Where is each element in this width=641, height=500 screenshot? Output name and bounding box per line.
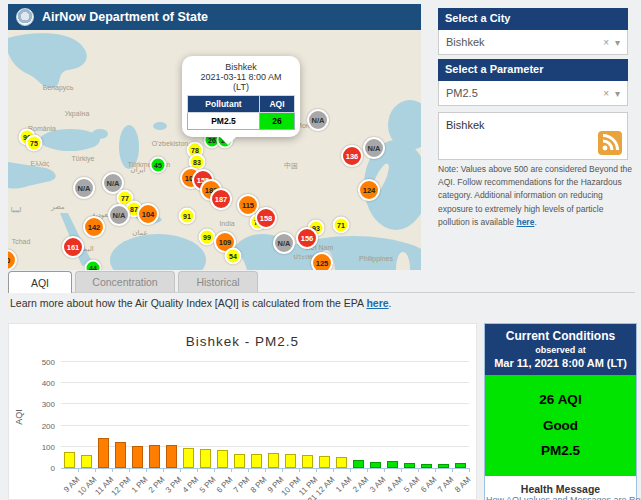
map-marker[interactable]: N/A: [363, 137, 385, 159]
chevron-down-icon[interactable]: ▾: [615, 88, 620, 99]
map-marker[interactable]: 44: [85, 260, 102, 271]
learn-more-text: Learn more about how the Air Quality Ind…: [10, 297, 392, 309]
chart-bar[interactable]: [421, 464, 432, 468]
chart-bar[interactable]: [166, 445, 177, 468]
chart-x-tick-label: 5 PM: [197, 475, 217, 495]
map-marker[interactable]: 125: [311, 252, 333, 270]
chart-bar[interactable]: [319, 456, 330, 468]
chart-title: Bishkek - PM2.5: [9, 334, 476, 349]
popup-table: Pollutant AQI PM2.5 26: [187, 95, 295, 130]
popup-col-pollutant: Pollutant: [188, 96, 260, 113]
map-popup: Bishkek 2021-03-11 8:00 AM (LT) Pollutan…: [182, 56, 300, 137]
map-marker[interactable]: N/A: [73, 177, 95, 199]
chart-y-tick-label: 300: [42, 400, 55, 409]
chart-x-tick-label: 4 AM: [385, 475, 404, 494]
note-link[interactable]: here: [516, 217, 534, 227]
learn-more-link[interactable]: here: [366, 297, 388, 309]
chart-bar[interactable]: [217, 450, 228, 468]
map-marker[interactable]: 45: [150, 157, 167, 174]
map-marker[interactable]: N/A: [108, 204, 130, 226]
map-country-label: Україна: [65, 110, 90, 117]
map-marker[interactable]: 91: [179, 208, 196, 225]
chart-x-tick: [231, 468, 232, 472]
chart-plot-area: 01002003004005009 AM10 AM11 AM12 PM1 PM2…: [61, 362, 469, 468]
map-country-label: 中国: [284, 161, 298, 171]
map-marker[interactable]: N/A: [307, 109, 329, 131]
chart-bar[interactable]: [353, 460, 364, 468]
aqi-chart-panel: Bishkek - PM2.5 AQI 01002003004005009 AM…: [8, 323, 477, 500]
map-marker[interactable]: N/A: [273, 232, 295, 254]
select-city-box: Select a City Bishkek × ▾: [438, 8, 628, 55]
popup-aqi-value: 26: [259, 113, 294, 130]
map-marker[interactable]: 99: [199, 229, 216, 246]
chart-x-tick-label: 7 AM: [436, 475, 455, 494]
tab-historical[interactable]: Historical: [178, 271, 258, 292]
chart-x-tick: [214, 468, 215, 472]
chart-bar[interactable]: [438, 464, 449, 468]
popup-timezone: (LT): [187, 82, 295, 92]
app-title: AirNow Department of State: [42, 10, 208, 24]
clear-icon[interactable]: ×: [603, 37, 609, 48]
popup-pollutant-value: PM2.5: [188, 113, 260, 130]
chart-x-tick-label: 3 PM: [163, 475, 183, 495]
map-marker[interactable]: 142: [83, 216, 105, 238]
chart-bar[interactable]: [200, 449, 211, 468]
chart-bar[interactable]: [387, 461, 398, 468]
chart-bar[interactable]: [285, 454, 296, 468]
chart-bar[interactable]: [115, 442, 126, 469]
chart-x-tick: [418, 468, 419, 472]
chart-x-tick-label: 2 PM: [146, 475, 166, 495]
chart-bar[interactable]: [149, 445, 160, 468]
chart-y-tick-label: 400: [42, 379, 55, 388]
chart-x-tick: [265, 468, 266, 472]
chart-bar[interactable]: [64, 452, 75, 468]
chart-bar[interactable]: [370, 462, 381, 468]
rss-feed-box: Bishkek: [438, 112, 628, 160]
aqi-values-reported-link[interactable]: How AQI values and Messages are Reported: [486, 495, 641, 500]
chart-x-tick-label: 5 AM: [402, 475, 421, 494]
chart-y-axis-label: AQI: [14, 409, 24, 425]
chart-bar[interactable]: [81, 455, 92, 468]
select-parameter-box: Select a Parameter PM2.5 × ▾: [438, 59, 628, 106]
aqi-map[interactable]: БеларусьУкраїнаRomâniaTürkiyeΕλλάςO'zbek…: [8, 30, 421, 270]
map-marker[interactable]: 187: [210, 188, 232, 210]
learn-more-suffix: .: [389, 297, 392, 309]
map-country-label: Беларусь: [43, 84, 74, 91]
chart-bar[interactable]: [302, 455, 313, 468]
chart-bar[interactable]: [336, 457, 347, 468]
chart-bar[interactable]: [268, 453, 279, 468]
map-marker[interactable]: 124: [358, 179, 380, 201]
chart-x-tick: [248, 468, 249, 472]
popup-city: Bishkek: [187, 62, 295, 72]
chart-x-tick-label: 1 PM: [129, 475, 149, 495]
map-marker[interactable]: 158: [255, 207, 277, 229]
chart-bar[interactable]: [234, 454, 245, 468]
chart-bar[interactable]: [98, 438, 109, 468]
city-select[interactable]: Bishkek × ▾: [438, 30, 628, 55]
chart-bar[interactable]: [183, 448, 194, 468]
chart-bar[interactable]: [251, 454, 262, 468]
chart-x-tick-label: 8 AM: [453, 475, 472, 494]
map-marker[interactable]: 136: [341, 145, 363, 167]
parameter-select[interactable]: PM2.5 × ▾: [438, 81, 628, 106]
map-country-label: Philippines: [359, 255, 393, 262]
map-marker[interactable]: 104: [137, 203, 159, 225]
chart-x-tick: [367, 468, 368, 472]
map-marker[interactable]: 71: [333, 217, 350, 234]
chart-x-tick: [299, 468, 300, 472]
map-marker[interactable]: 156: [296, 227, 318, 249]
map-marker[interactable]: 54: [225, 248, 242, 265]
chart-bar[interactable]: [404, 463, 415, 468]
clear-icon[interactable]: ×: [603, 88, 609, 99]
chart-bar[interactable]: [132, 446, 143, 468]
rss-icon[interactable]: [598, 131, 622, 155]
map-marker[interactable]: 161: [62, 236, 84, 258]
note-suffix: .: [534, 217, 536, 227]
map-marker[interactable]: 75: [26, 135, 43, 152]
chart-bar[interactable]: [455, 463, 466, 469]
state-department-seal-icon: [16, 8, 34, 26]
tab-aqi[interactable]: AQI: [8, 271, 72, 293]
tab-concentration[interactable]: Concentration: [75, 271, 175, 292]
chevron-down-icon[interactable]: ▾: [615, 37, 620, 48]
map-country-label: مصر: [51, 203, 65, 211]
